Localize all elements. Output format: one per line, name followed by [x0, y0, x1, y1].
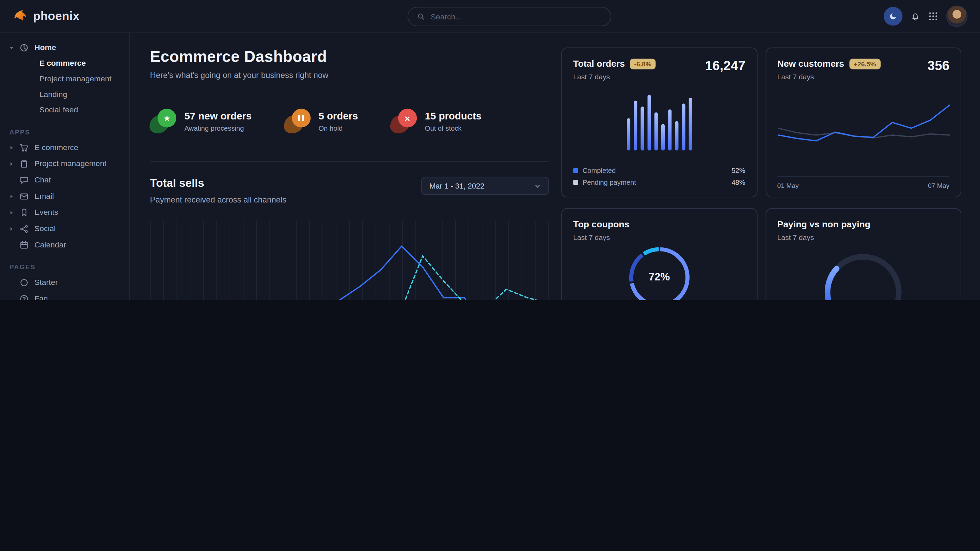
sidebar-item-e-commerce[interactable]: E commerce	[0, 139, 129, 156]
stat-57-new-orders: ★57 new ordersAwating processing	[150, 109, 251, 133]
total-orders-value: 16,247	[705, 58, 745, 73]
sidebar-item-label: Calendar	[34, 241, 66, 249]
stat-value: 57 new orders	[184, 111, 251, 122]
sidebar-item-e-commerce[interactable]: E commerce	[0, 56, 129, 71]
card-title: New customers	[777, 59, 844, 69]
card-period: Last 7 days	[777, 233, 949, 241]
sidebar-item-label: Home	[34, 43, 56, 52]
section-label-apps: APPS	[10, 128, 129, 135]
chevron-down-icon	[534, 183, 540, 189]
home-children: E commerceProject managementLandingSocia…	[0, 56, 129, 118]
chevron-right-icon	[10, 161, 14, 166]
divider	[150, 161, 549, 162]
section-label-pages: PAGES	[10, 263, 129, 271]
chevron-right-icon	[10, 145, 14, 150]
sidebar-item-chat[interactable]: Chat	[0, 172, 129, 188]
sidebar-item-starter[interactable]: Starter	[0, 274, 129, 291]
x-icon: ×	[391, 109, 417, 133]
user-avatar[interactable]	[946, 6, 967, 27]
sidebar-item-project-management[interactable]: Project management	[0, 156, 129, 172]
total-orders-chart	[562, 92, 757, 151]
cart-icon	[19, 143, 29, 152]
sidebar-item-label: Chat	[34, 176, 51, 184]
chevron-right-icon	[10, 210, 14, 215]
date-range-select[interactable]: Mar 1 - 31, 2022	[421, 177, 549, 195]
brand[interactable]: phoenix	[13, 8, 80, 24]
grid-icon	[928, 11, 938, 21]
question-icon	[19, 294, 29, 300]
total-sells-subtitle: Payment received across all channels	[150, 195, 287, 205]
sidebar-item-faq[interactable]: Faq	[0, 291, 129, 300]
card-period: Last 7 days	[573, 73, 745, 81]
sidebar-sections: APPSE commerceProject managementChatEmai…	[0, 128, 129, 300]
paying-gauge-chart	[816, 245, 910, 300]
chevron-right-icon	[10, 226, 14, 231]
x-tick: 01 May	[777, 182, 799, 189]
legend-value: 52%	[732, 167, 745, 174]
app: phoenix Home E commerceProject managemen…	[0, 0, 980, 300]
sidebar-item-home[interactable]: Home	[0, 40, 129, 56]
stat-5-orders: 5 ordersOn hold	[284, 109, 358, 133]
stat-subtitle: Awating processing	[184, 124, 251, 132]
sidebar-item-landing[interactable]: Landing	[0, 87, 129, 102]
top-coupons-card: Top coupons Last 7 days 72% Percentage d…	[561, 208, 757, 300]
donut-center-value: 72%	[627, 245, 692, 300]
trend-badge: -6.8%	[630, 59, 656, 69]
legend-value: 48%	[732, 178, 745, 186]
sidebar-item-label: Events	[34, 208, 58, 217]
total-sells-header: Total sells Payment received across all …	[150, 177, 549, 204]
sidebar-item-project-management[interactable]: Project management	[0, 71, 129, 87]
coupons-donut-chart: 72%	[627, 245, 692, 300]
sidebar-item-calendar[interactable]: Calendar	[0, 237, 129, 253]
card-title: Total orders	[573, 59, 625, 69]
stat-subtitle: Out of stock	[425, 124, 482, 132]
total-orders-card: Total orders-6.8% Last 7 days 16,247 Com…	[561, 47, 757, 197]
new-customers-x-axis: 01 May 07 May	[777, 176, 949, 190]
clipboard-icon	[19, 159, 29, 168]
dark-mode-toggle[interactable]	[884, 7, 902, 25]
search-input[interactable]	[431, 12, 602, 21]
global-search[interactable]	[407, 7, 611, 26]
sidebar-item-events[interactable]: Events	[0, 204, 129, 221]
apps-menu-button[interactable]	[928, 11, 938, 21]
chevron-right-icon	[10, 194, 14, 198]
pause-icon	[284, 109, 310, 133]
bell-icon	[910, 11, 920, 21]
chevron-down-icon	[10, 45, 14, 50]
legend-row-completed: Completed52%	[573, 164, 745, 176]
calendar-icon	[19, 240, 29, 250]
sidebar-item-label: Email	[34, 192, 54, 200]
share-icon	[19, 224, 29, 233]
home-icon	[19, 43, 29, 52]
page-title: Ecommerce Dashboard	[150, 47, 549, 65]
legend-swatch	[573, 168, 578, 173]
legend-label: Pending payment	[582, 178, 636, 186]
sidebar-item-label: Social	[34, 224, 56, 233]
sidebar-item-social[interactable]: Social	[0, 221, 129, 237]
sidebar-item-label: Project management	[34, 159, 107, 168]
phoenix-logo-icon	[13, 8, 28, 24]
sidebar-item-social-feed[interactable]: Social feed	[0, 102, 129, 118]
card-title: Paying vs non paying	[777, 219, 870, 229]
x-tick: 07 May	[928, 182, 949, 189]
paying-card: Paying vs non paying Last 7 days Paying …	[765, 208, 961, 300]
search-icon	[417, 13, 425, 21]
moon-icon	[889, 12, 897, 21]
total-orders-legend: Completed52%Pending payment48%	[573, 164, 745, 188]
sidebar-item-email[interactable]: Email	[0, 188, 129, 204]
stat-subtitle: On hold	[318, 124, 358, 132]
date-range-value: Mar 1 - 31, 2022	[430, 181, 485, 190]
new-customers-value: 356	[928, 58, 949, 73]
navbar-actions	[884, 6, 967, 27]
total-sells-title: Total sells	[150, 177, 287, 190]
card-period: Last 7 days	[573, 233, 745, 241]
page-subtitle: Here's what's going on at your business …	[150, 70, 549, 80]
notifications-button[interactable]	[910, 11, 920, 21]
kpi-cards: Total orders-6.8% Last 7 days 16,247 Com…	[561, 47, 961, 300]
circle-icon	[19, 278, 29, 287]
mail-icon	[19, 192, 29, 201]
sidebar-item-label: Faq	[34, 294, 48, 300]
total-sells-chart	[150, 221, 549, 300]
brand-name: phoenix	[33, 10, 80, 23]
legend-row-pending-payment: Pending payment48%	[573, 176, 745, 188]
